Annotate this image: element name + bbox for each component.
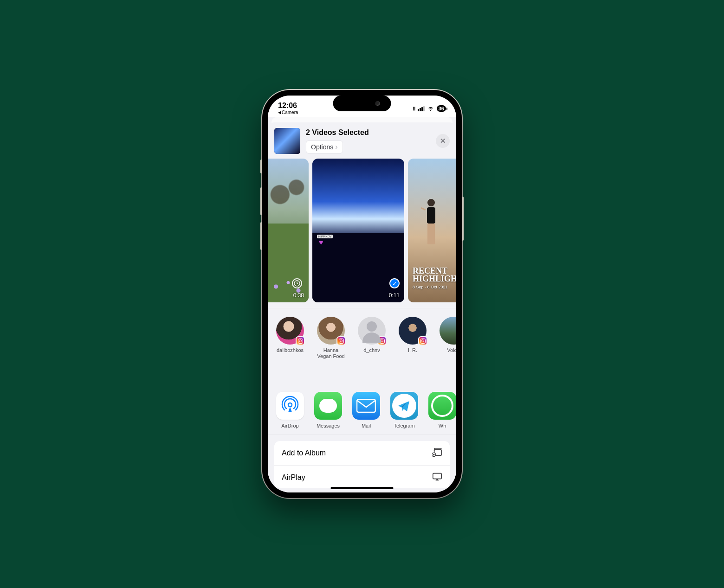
- media-item[interactable]: HIPPIKOV ✓ 0:11: [312, 159, 404, 302]
- app-whatsapp[interactable]: Wh: [428, 392, 456, 428]
- instagram-badge-icon: [418, 336, 427, 345]
- svg-point-1: [288, 403, 292, 407]
- instagram-badge-icon: [336, 336, 346, 345]
- selection-thumbnail: [274, 128, 300, 154]
- app-mail[interactable]: Mail: [352, 392, 380, 428]
- app-label: Telegram: [394, 423, 414, 428]
- app-label: Messages: [317, 423, 340, 428]
- contact-name: dalibozhkos: [277, 347, 304, 359]
- app-telegram[interactable]: Telegram: [390, 392, 418, 428]
- mail-icon: [352, 392, 380, 420]
- cellular-dots-icon: ⁞⁞: [413, 106, 415, 112]
- mute-switch: [260, 160, 262, 173]
- contact-name: Hanna Vegan Food: [317, 347, 345, 359]
- messages-icon: [314, 392, 342, 420]
- airplay-icon: [432, 472, 442, 483]
- avatar: [358, 317, 386, 345]
- contact-name: I. R.: [408, 347, 417, 359]
- cellular-bars-icon: [418, 106, 425, 111]
- sheet-title: 2 Videos Selected: [306, 128, 430, 137]
- video-duration: 0:11: [389, 292, 400, 299]
- action-add-to-album[interactable]: Add to Album: [274, 441, 450, 466]
- app-label: Wh: [439, 423, 446, 428]
- sticker-tag: HIPPIKOV: [317, 235, 333, 238]
- whatsapp-icon: [428, 392, 456, 420]
- avatar: [276, 317, 304, 345]
- options-button[interactable]: Options: [306, 141, 343, 153]
- contact-item[interactable]: Volod: [440, 317, 456, 359]
- svg-rect-2: [357, 399, 375, 412]
- app-label: Mail: [362, 423, 371, 428]
- sheet-header: 2 Videos Selected Options ✕: [268, 122, 456, 159]
- app-airdrop[interactable]: AirDrop: [276, 392, 304, 428]
- avatar: [399, 317, 427, 345]
- avatar: [440, 317, 456, 345]
- actions-list: Add to Album AirPlay: [274, 441, 450, 488]
- app-messages[interactable]: Messages: [314, 392, 342, 428]
- action-label: Add to Album: [282, 449, 326, 457]
- telegram-icon: [390, 392, 418, 420]
- action-airplay[interactable]: AirPlay: [274, 466, 450, 488]
- media-item[interactable]: RECENTHIGHLIGHTS 8 Sep - 6 Oct 2021: [408, 159, 456, 302]
- instagram-badge-icon: [296, 336, 305, 345]
- wifi-icon: [427, 104, 434, 113]
- close-button[interactable]: ✕: [436, 134, 450, 148]
- volume-up: [260, 187, 262, 215]
- memory-subtitle: 8 Sep - 6 Oct 2021: [413, 285, 448, 289]
- clock: 12:06: [278, 102, 298, 109]
- contacts-row[interactable]: dalibozhkos Hanna Vegan Food d_chnv I. R…: [268, 308, 456, 364]
- phone-frame: 12:06 Camera ⁞⁞ 36 2 Videos Selected: [262, 90, 462, 498]
- avatar: [317, 317, 345, 345]
- battery-indicator: 36: [437, 105, 446, 112]
- media-carousel[interactable]: 0:38 HIPPIKOV ✓ 0:11 RECENTHIGHLIGHTS 8 …: [268, 159, 456, 308]
- selection-circle-icon[interactable]: [292, 278, 302, 288]
- album-add-icon: [432, 447, 442, 459]
- heart-icon: [319, 238, 323, 247]
- home-indicator[interactable]: [331, 487, 394, 489]
- share-sheet: 2 Videos Selected Options ✕ 0:38 HIPPIKO…: [268, 122, 456, 492]
- contact-name: d_chnv: [363, 347, 380, 359]
- apps-row[interactable]: AirDrop Messages Mail Telegram: [268, 364, 456, 435]
- contact-name: Volod: [447, 347, 456, 359]
- instagram-badge-icon: [377, 336, 387, 345]
- app-label: AirDrop: [281, 423, 298, 428]
- memory-title: RECENTHIGHLIGHTS: [413, 267, 456, 283]
- back-to-app[interactable]: Camera: [278, 110, 298, 115]
- media-item[interactable]: 0:38: [268, 159, 309, 302]
- contact-item[interactable]: I. R.: [399, 317, 427, 359]
- contact-item[interactable]: d_chnv: [358, 317, 386, 359]
- svg-rect-5: [433, 473, 441, 479]
- contact-item[interactable]: Hanna Vegan Food: [317, 317, 345, 359]
- contact-item[interactable]: dalibozhkos: [276, 317, 304, 359]
- action-label: AirPlay: [282, 473, 305, 482]
- airdrop-icon: [276, 392, 304, 420]
- dynamic-island: [333, 96, 391, 111]
- volume-down: [260, 222, 262, 250]
- video-duration: 0:38: [293, 292, 304, 299]
- screen: 12:06 Camera ⁞⁞ 36 2 Videos Selected: [268, 96, 456, 492]
- power-button: [462, 197, 464, 241]
- checkmark-icon[interactable]: ✓: [389, 278, 400, 288]
